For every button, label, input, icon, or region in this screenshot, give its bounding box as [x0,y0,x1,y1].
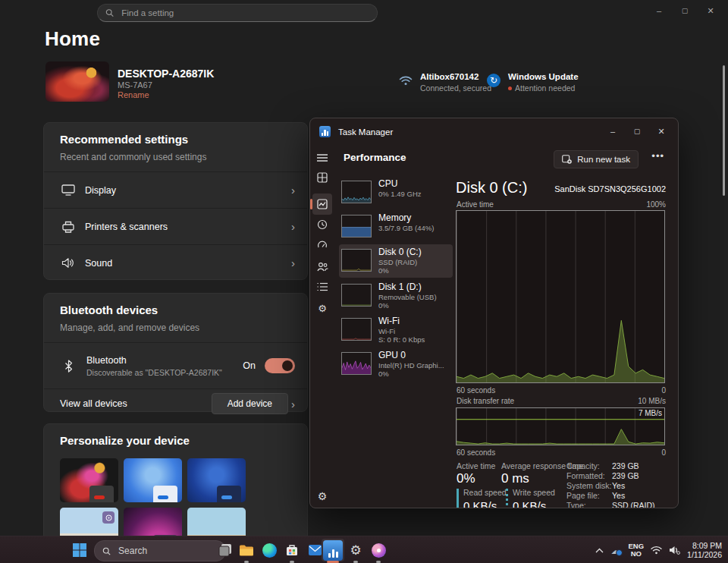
open-app-indicator [244,561,249,563]
edge-browser-button[interactable] [259,540,279,560]
open-app-indicator [376,561,381,563]
theme-thumbnail-light-bloom[interactable] [124,458,182,502]
details-icon[interactable] [314,278,331,296]
metric-gpu[interactable]: GPU 0 Intel(R) HD Graphi... 0% [339,348,453,381]
prop-label: Type: [566,501,586,508]
metric-cpu[interactable]: CPU 0% 1.49 GHz [339,176,453,209]
services-icon[interactable]: ⚙ [314,299,331,317]
paint-app-button[interactable] [369,540,388,560]
tray-chevron-up-icon[interactable] [595,548,604,553]
recommended-subtitle: Recent and commonly used settings [44,146,307,171]
device-model: MS-7A67 [118,80,152,90]
more-options-icon[interactable]: ••• [651,150,664,162]
windows-update-status[interactable]: ↻ Windows Update Attention needed [487,72,579,93]
transfer-rate-max: 10 MB/s [638,397,666,405]
stat-active-time-label: Active time [457,461,495,470]
read-speed-bar-icon [457,489,459,508]
desktop-screen: – ▢ ✕ Home DESKTOP-A2687IK MS-7A67 Renam… [0,0,728,563]
settings-search-input[interactable] [120,8,369,18]
setting-item-printers[interactable]: Printers & scanners › [44,208,307,244]
minimize-icon[interactable]: – [601,121,625,141]
prop-label: Formatted: [566,471,605,480]
taskbar: ⚙ ☁ ENGNO [0,536,728,563]
maximize-icon[interactable]: ▢ [672,2,698,20]
wifi-mini-graph [342,319,371,340]
read-speed-label: Read speed [463,488,507,497]
users-icon[interactable] [314,257,331,275]
chevron-right-icon: › [291,184,295,197]
memory-mini-graph [342,215,371,237]
taskbar-search-input[interactable] [117,545,218,557]
task-manager-icon [323,540,343,561]
prop-value: 239 GB [612,471,639,480]
task-manager-window-controls: – ▢ ✕ [601,121,673,141]
search-icon [102,546,111,556]
language-indicator[interactable]: ENGNO [628,543,644,558]
transfer-rate-chart: 7 MB/s [456,407,665,445]
recommended-settings-card: Recommended settings Recent and commonly… [43,122,308,280]
clock[interactable]: 8:09 PM1/11/2026 [687,541,722,559]
bluetooth-toggle[interactable] [265,358,295,373]
settings-search-box[interactable] [97,4,378,22]
settings-taskbar-button[interactable]: ⚙ [346,540,366,560]
task-manager-title: Task Manager [338,127,393,137]
metric-disk0-selected[interactable]: Disk 0 (C:) SSD (RAID) 0% [339,244,453,278]
theme-thumbnail-dark-flower[interactable] [60,458,118,502]
task-view-icon [218,543,232,557]
close-icon[interactable]: ✕ [649,121,673,141]
tray-volume-icon[interactable] [669,546,680,555]
tm-settings-icon[interactable]: ⚙ [314,487,331,505]
speaker-icon [61,257,75,269]
cpu-mini-graph [342,181,371,203]
run-new-task-button[interactable]: Run new task [554,150,639,168]
system-tray: ☁ ENGNO 8:09 PM1/11/2026 [595,536,722,563]
bluetooth-label: Bluetooth [86,355,222,366]
prop-label: Capacity: [566,461,600,470]
task-manager-titlebar[interactable]: Task Manager [319,126,393,137]
windows-logo-icon [72,543,87,558]
spotlight-badge-icon [102,511,115,524]
bluetooth-toggle-row: Bluetooth Discoverable as "DESKTOP-A2687… [44,342,307,388]
tm-page-title: Performance [344,152,406,163]
device-name: DESKTOP-A2687IK [118,68,214,80]
processes-icon[interactable] [314,168,331,187]
task-view-button[interactable] [215,540,235,560]
active-time-series [457,211,664,382]
close-icon[interactable]: ✕ [698,2,723,20]
open-app-indicator [353,561,358,563]
personalize-title: Personalize your device [44,424,307,447]
theme-thumbnail-dark-bloom[interactable] [187,458,246,502]
task-manager-taskbar-button[interactable] [323,540,343,560]
view-all-devices-row[interactable]: View all devices Add device › [44,388,307,418]
startup-apps-icon[interactable] [314,236,331,254]
add-device-button[interactable]: Add device [212,393,288,414]
x-axis-right: 0 [661,386,666,395]
network-status[interactable]: Altibox670142 Connected, secured [399,72,491,93]
setting-item-display[interactable]: Display › [44,171,307,208]
gear-icon: ⚙ [350,543,361,558]
tray-wifi-icon[interactable] [651,546,662,555]
maximize-icon[interactable]: ▢ [625,121,649,141]
microsoft-store-button[interactable] [282,540,302,560]
file-explorer-button[interactable] [237,540,256,560]
view-all-devices-label: View all devices [60,398,127,409]
metric-memory[interactable]: Memory 3.5/7.9 GB (44%) [339,210,453,244]
rename-link[interactable]: Rename [118,90,149,99]
onedrive-cloud-icon[interactable]: ☁ [610,545,621,555]
minimize-icon[interactable]: – [646,2,672,20]
rail-accent-pill [310,199,312,209]
metric-disk1[interactable]: Disk 1 (D:) Removable (USB) 0% [339,279,453,313]
navigation-menu-icon[interactable] [314,149,331,167]
settings-scrollbar[interactable] [723,65,725,196]
setting-item-sound[interactable]: Sound › [44,244,307,281]
edge-icon [262,543,277,558]
metric-wifi[interactable]: Wi-Fi Wi-Fi S: 0 R: 0 Kbps [339,313,453,347]
taskbar-search-box[interactable] [94,540,226,561]
stat-avg-response-value: 0 ms [501,471,529,486]
chevron-right-icon: › [291,398,295,410]
active-time-label: Active time [457,200,494,209]
performance-icon[interactable] [314,195,331,213]
app-history-icon[interactable] [314,215,331,234]
start-button[interactable] [70,540,89,560]
task-manager-app-icon [319,126,331,137]
